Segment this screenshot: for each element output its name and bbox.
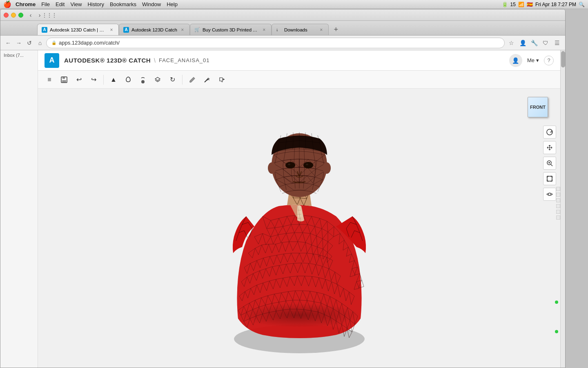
address-text: apps.123dapp.com/catch/	[59, 40, 499, 46]
catch-app: A AUTODESK® 123D® CATCH \ FACE_ANAISA_01…	[38, 50, 560, 368]
tab-downloads[interactable]: ↓ Downloads ×	[272, 24, 329, 35]
traffic-lights	[4, 13, 23, 18]
tab-close-3[interactable]: ×	[261, 27, 267, 33]
tab-label-4: Downloads	[284, 27, 316, 32]
chrome-menu-button[interactable]: ☰	[552, 38, 562, 48]
shield-button[interactable]: 🛡	[541, 38, 550, 48]
lasso-tool-button[interactable]	[122, 73, 135, 86]
bookmark-button[interactable]: ☆	[506, 38, 516, 48]
svg-point-4	[141, 80, 145, 83]
svg-point-9	[285, 162, 295, 168]
svg-point-11	[288, 164, 290, 165]
new-tab-button[interactable]: +	[330, 24, 342, 35]
address-bar: ← → ↺ ⌂ 🔒 apps.123dapp.com/catch/ ☆ 👤 🔧 …	[0, 36, 565, 50]
svg-point-13	[268, 162, 276, 174]
tab-buy-3d[interactable]: 🛒 Buy Custom 3D Printed Ar... ×	[190, 24, 272, 35]
status-dot-1	[555, 301, 558, 304]
scrollbar-thumb[interactable]	[561, 51, 565, 67]
refresh-button[interactable]: ↻	[166, 73, 179, 86]
menubar-chrome[interactable]: Chrome	[16, 1, 36, 7]
indicator-2	[556, 193, 560, 197]
help-button[interactable]: ?	[544, 56, 554, 65]
layers-button[interactable]	[151, 73, 164, 86]
battery-level: 15	[510, 2, 516, 7]
visibility-button[interactable]	[543, 188, 556, 201]
tab-close-1[interactable]: ×	[109, 27, 114, 33]
extensions-button[interactable]: 🔧	[529, 38, 539, 48]
svg-rect-1	[62, 77, 65, 79]
chrome-window: ‹ › ⋮⋮⋮ A Autodesk 123D Catch | 3d... × …	[0, 9, 566, 368]
undo-button[interactable]: ↩	[72, 73, 85, 86]
tab-autodesk-catch-2[interactable]: A Autodesk 123D Catch ×	[119, 24, 190, 35]
toolbar-separator-1	[103, 75, 104, 85]
indicator-1	[556, 187, 560, 191]
indicator-5	[556, 210, 560, 214]
lock-icon: 🔒	[51, 40, 56, 45]
tab-autodesk-catch-1[interactable]: A Autodesk 123D Catch | 3d... ×	[37, 24, 119, 35]
menubar-history[interactable]: History	[87, 1, 104, 7]
gmail-inbox-label: Inbox (7...	[0, 50, 38, 58]
select-tool-button[interactable]: ▲	[107, 73, 120, 86]
zoom-tool-button[interactable]	[543, 157, 556, 170]
prev-tab-button[interactable]: ‹	[27, 11, 35, 19]
view-cube-face[interactable]: FRONT	[528, 97, 548, 117]
rotate-tool-button[interactable]	[543, 126, 556, 139]
menubar-edit[interactable]: Edit	[56, 1, 65, 7]
tab-close-4[interactable]: ×	[318, 27, 324, 33]
user-avatar[interactable]: 👤	[509, 54, 522, 67]
minimize-button[interactable]	[11, 13, 16, 18]
indicator-3	[556, 198, 560, 202]
project-name: FACE_ANAISA_01	[159, 57, 210, 63]
battery-icon: 🔋	[502, 2, 508, 7]
home-button[interactable]: ⌂	[36, 38, 45, 47]
menubar-right: 🔋 15 📶 🇪🇸 Fri Apr 18 7:27 PM 🔍	[502, 2, 585, 7]
maximize-button[interactable]	[18, 13, 23, 18]
menubar-view[interactable]: View	[70, 1, 82, 7]
tab-list-button[interactable]: ⋮⋮⋮	[45, 11, 53, 19]
tab-close-2[interactable]: ×	[180, 27, 185, 33]
tab-label-2: Autodesk 123D Catch	[131, 27, 177, 32]
fit-to-view-button[interactable]	[543, 172, 556, 185]
catch-toolbar: ≡ ↩ ↪ ▲	[38, 71, 560, 89]
chrome-titlebar: ‹ › ⋮⋮⋮	[0, 9, 565, 21]
svg-line-17	[551, 164, 552, 166]
left-sidebar: Inbox (7...	[0, 50, 38, 368]
toolbar-separator-2	[182, 75, 183, 85]
tab-label-1: Autodesk 123D Catch | 3d...	[50, 27, 106, 32]
wifi-icon: 📶	[518, 2, 524, 7]
menubar-bookmarks[interactable]: Bookmarks	[110, 1, 136, 7]
search-icon[interactable]: 🔍	[579, 2, 585, 7]
svg-rect-2	[62, 80, 66, 82]
back-button[interactable]: ←	[4, 38, 13, 47]
breadcrumb-separator: \	[154, 57, 156, 64]
user-menu-button[interactable]: Me ▾	[527, 57, 539, 63]
view-cube[interactable]: FRONT	[528, 97, 552, 121]
magic-wand-button[interactable]	[200, 73, 214, 86]
brush-button[interactable]	[186, 73, 199, 86]
menubar-help[interactable]: Help	[167, 1, 178, 7]
address-input-wrap[interactable]: 🔒 apps.123dapp.com/catch/	[46, 38, 505, 48]
viewport[interactable]: FRONT	[38, 89, 560, 368]
address-actions: ☆ 👤 🔧 🛡 ☰	[506, 38, 562, 48]
save-button[interactable]	[58, 73, 71, 86]
menu-button[interactable]: ≡	[43, 73, 56, 86]
svg-point-12	[306, 164, 308, 165]
fill-tool-button[interactable]	[215, 73, 228, 86]
menubar-window[interactable]: Window	[142, 1, 161, 7]
svg-point-10	[303, 162, 313, 168]
user-button[interactable]: 👤	[518, 38, 528, 48]
system-time: Fri Apr 18 7:27 PM	[535, 2, 576, 7]
menubar-file[interactable]: File	[41, 1, 50, 7]
tab-favicon-2: A	[123, 27, 129, 33]
close-button[interactable]	[4, 13, 9, 18]
pan-tool-button[interactable]	[543, 141, 556, 154]
redo-button[interactable]: ↪	[87, 73, 100, 86]
reload-button[interactable]: ↺	[25, 38, 34, 47]
app-scrollbar[interactable]	[560, 50, 565, 368]
apple-menu[interactable]: 🍎	[3, 0, 11, 8]
nav-arrows: ‹ ›	[27, 11, 44, 19]
indicator-6	[556, 215, 560, 220]
move-tool-button[interactable]	[136, 73, 149, 86]
forward-button[interactable]: →	[14, 38, 23, 47]
svg-rect-20	[547, 176, 552, 181]
